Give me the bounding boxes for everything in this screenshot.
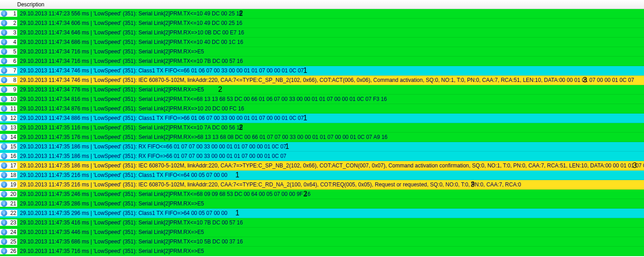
annotation-marker: 1 [303, 67, 307, 75]
row-number: 23 [8, 219, 17, 226]
row-number: 9 [8, 86, 17, 93]
row-description: 29.10.2013 11:47:35 246 ms | 'LowSpeed' … [17, 191, 310, 197]
row-icon-cell: i [0, 105, 8, 112]
row-number: 11 [8, 105, 17, 112]
info-icon: i [1, 20, 7, 26]
row-icon-cell: i [0, 96, 8, 102]
annotation-marker: 2 [239, 10, 243, 18]
row-icon-cell: i [0, 58, 8, 64]
info-icon: i [1, 134, 7, 140]
log-row[interactable]: i2429.10.2013 11:47:35 446 ms | 'LowSpee… [0, 228, 644, 237]
row-number: 13 [8, 124, 17, 131]
row-icon-cell: i [0, 86, 8, 93]
annotation-marker: 1 [285, 143, 289, 151]
row-number: 25 [8, 238, 17, 245]
annotation-marker: 2 [218, 86, 222, 94]
row-number: 4 [8, 39, 17, 45]
log-row[interactable]: i229.10.2013 11:47:34 606 ms | 'LowSpeed… [0, 19, 644, 28]
row-icon-cell: i [0, 153, 8, 159]
row-icon-cell: i [0, 210, 8, 216]
log-row[interactable]: i1929.10.2013 11:47:35 216 ms | 'LowSpee… [0, 180, 644, 190]
row-description: 29.10.2013 11:47:34 646 ms | 'LowSpeed' … [17, 29, 244, 36]
info-icon: i [1, 200, 7, 207]
log-row[interactable]: i529.10.2013 11:47:34 716 ms | 'LowSpeed… [0, 47, 644, 57]
info-icon: i [1, 58, 7, 64]
row-number: 19 [8, 181, 17, 188]
row-number: 20 [8, 191, 17, 197]
row-number: 3 [8, 29, 17, 36]
log-row[interactable]: i2029.10.2013 11:47:35 246 ms | 'LowSpee… [0, 190, 644, 199]
row-number: 7 [8, 67, 17, 74]
row-icon-cell: i [0, 124, 8, 131]
row-icon-cell: i [0, 10, 8, 17]
log-row[interactable]: i1329.10.2013 11:47:35 116 ms | 'LowSpee… [0, 123, 644, 133]
info-icon: i [1, 77, 7, 83]
log-row[interactable]: i2529.10.2013 11:47:35 686 ms | 'LowSpee… [0, 237, 644, 247]
row-description: 29.10.2013 11:47:35 186 ms | 'LowSpeed' … [17, 153, 286, 159]
log-row[interactable]: i1829.10.2013 11:47:35 216 ms | 'LowSpee… [0, 171, 644, 180]
log-row[interactable]: i1229.10.2013 11:47:34 886 ms | 'LowSpee… [0, 114, 644, 123]
info-icon: i [1, 67, 7, 74]
annotation-marker: 1 [235, 171, 239, 179]
row-description: 29.10.2013 11:47:35 216 ms | 'LowSpeed' … [17, 172, 227, 178]
log-row[interactable]: i129.10.2013 11:47:23 556 ms | 'LowSpeed… [0, 9, 644, 19]
info-icon: i [1, 10, 7, 17]
log-row[interactable]: i1629.10.2013 11:47:35 186 ms | 'LowSpee… [0, 152, 644, 161]
row-description: 29.10.2013 11:47:34 716 ms | 'LowSpeed' … [17, 48, 204, 55]
log-row[interactable]: i2229.10.2013 11:47:35 296 ms | 'LowSpee… [0, 209, 644, 218]
log-row[interactable]: i729.10.2013 11:47:34 746 ms | 'LowSpeed… [0, 66, 644, 76]
log-row[interactable]: i2129.10.2013 11:47:35 286 ms | 'LowSpee… [0, 199, 644, 209]
row-description: 29.10.2013 11:47:35 216 ms | 'LowSpeed' … [17, 181, 521, 188]
row-icon-cell: i [0, 143, 8, 150]
row-icon-cell: i [0, 48, 8, 55]
row-number: 5 [8, 48, 17, 55]
info-icon: i [1, 115, 7, 121]
log-row[interactable]: i829.10.2013 11:47:34 746 ms | 'LowSpeed… [0, 76, 644, 85]
row-description: 29.10.2013 11:47:35 286 ms | 'LowSpeed' … [17, 200, 204, 207]
row-number: 16 [8, 153, 17, 159]
row-description: 29.10.2013 11:47:35 116 ms | 'LowSpeed' … [17, 124, 243, 131]
row-icon-cell: i [0, 238, 8, 245]
row-number: 10 [8, 96, 17, 102]
row-description: 29.10.2013 11:47:34 776 ms | 'LowSpeed' … [17, 86, 204, 93]
row-icon-cell: i [0, 191, 8, 197]
row-icon-cell: i [0, 77, 8, 83]
info-icon: i [1, 29, 7, 36]
row-description: 29.10.2013 11:47:35 716 ms | 'LowSpeed' … [17, 248, 204, 254]
log-row[interactable]: i329.10.2013 11:47:34 646 ms | 'LowSpeed… [0, 28, 644, 38]
row-description: 29.10.2013 11:47:35 296 ms | 'LowSpeed' … [17, 210, 227, 216]
log-row[interactable]: i1529.10.2013 11:47:35 186 ms | 'LowSpee… [0, 142, 644, 152]
info-icon: i [1, 162, 7, 169]
row-description: 29.10.2013 11:47:34 716 ms | 'LowSpeed' … [17, 58, 243, 64]
log-row[interactable]: i429.10.2013 11:47:34 686 ms | 'LowSpeed… [0, 38, 644, 47]
row-icon-cell: i [0, 20, 8, 26]
row-description: 29.10.2013 11:47:35 686 ms | 'LowSpeed' … [17, 238, 243, 245]
row-description: 29.10.2013 11:47:34 816 ms | 'LowSpeed' … [17, 96, 387, 102]
info-icon: i [1, 181, 7, 188]
row-icon-cell: i [0, 162, 8, 169]
row-number: 14 [8, 134, 17, 140]
info-icon: i [1, 86, 7, 93]
log-row[interactable]: i1029.10.2013 11:47:34 816 ms | 'LowSpee… [0, 95, 644, 104]
annotation-marker: 2 [239, 124, 243, 132]
row-number: 6 [8, 58, 17, 64]
row-icon-cell: i [0, 134, 8, 140]
row-number: 26 [8, 248, 17, 254]
log-row[interactable]: i2629.10.2013 11:47:35 716 ms | 'LowSpee… [0, 247, 644, 256]
log-row[interactable]: i1729.10.2013 11:47:35 186 ms | 'LowSpee… [0, 161, 644, 171]
log-row[interactable]: i2329.10.2013 11:47:35 416 ms | 'LowSpee… [0, 218, 644, 228]
row-description: 29.10.2013 11:47:35 186 ms | 'LowSpeed' … [17, 162, 644, 169]
log-row[interactable]: i629.10.2013 11:47:34 716 ms | 'LowSpeed… [0, 57, 644, 66]
info-icon: i [1, 191, 7, 197]
info-icon: i [1, 153, 7, 159]
row-description: 29.10.2013 11:47:34 746 ms | 'LowSpeed' … [17, 67, 304, 74]
row-description: 29.10.2013 11:47:34 686 ms | 'LowSpeed' … [17, 39, 243, 45]
log-row[interactable]: i1429.10.2013 11:47:35 176 ms | 'LowSpee… [0, 133, 644, 142]
column-header[interactable]: Description [0, 0, 644, 9]
row-number: 2 [8, 20, 17, 26]
annotation-marker: 3 [633, 162, 637, 170]
log-row[interactable]: i1129.10.2013 11:47:34 876 ms | 'LowSpee… [0, 104, 644, 114]
info-icon: i [1, 210, 7, 216]
log-row[interactable]: i929.10.2013 11:47:34 776 ms | 'LowSpeed… [0, 85, 644, 95]
row-number: 8 [8, 77, 17, 83]
